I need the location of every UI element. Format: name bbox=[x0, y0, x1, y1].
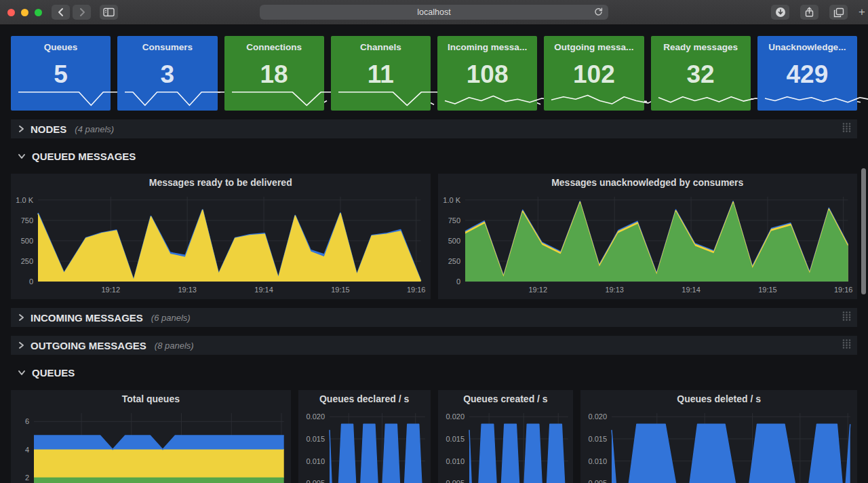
stat-panel-unacknowledged[interactable]: Unacknowledge... 429 bbox=[757, 36, 857, 111]
stat-value: 5 bbox=[11, 60, 111, 89]
panel-title[interactable]: Queues declared / s bbox=[298, 390, 431, 408]
svg-text:250: 250 bbox=[448, 257, 460, 265]
stat-title: Channels bbox=[331, 36, 431, 52]
stat-value: 108 bbox=[437, 60, 537, 89]
row-drag-handle-icon[interactable] bbox=[842, 339, 851, 352]
svg-text:19:13: 19:13 bbox=[178, 286, 197, 294]
svg-text:0.010: 0.010 bbox=[446, 457, 465, 465]
chevron-right-icon bbox=[18, 125, 24, 133]
panel-title[interactable]: Total queues bbox=[11, 390, 291, 408]
stat-value: 102 bbox=[544, 60, 644, 89]
refresh-icon bbox=[593, 7, 604, 17]
stat-panel-connections[interactable]: Connections 18 bbox=[224, 36, 324, 111]
stat-panel-channels[interactable]: Channels 11 bbox=[331, 36, 431, 111]
stat-title: Unacknowledge... bbox=[757, 36, 857, 52]
browser-toolbar: localhost + bbox=[0, 0, 868, 25]
stat-value: 18 bbox=[224, 60, 324, 89]
svg-text:0: 0 bbox=[29, 277, 33, 286]
chart-queues-declared: 0.0200.0150.0100.005 bbox=[298, 408, 431, 483]
row-nodes[interactable]: NODES (4 panels) bbox=[11, 119, 857, 138]
zoom-window-button[interactable] bbox=[35, 9, 42, 16]
svg-text:4: 4 bbox=[25, 446, 29, 454]
svg-text:0.005: 0.005 bbox=[446, 479, 465, 483]
stat-title: Outgoing messa... bbox=[544, 36, 644, 52]
svg-text:0: 0 bbox=[456, 277, 460, 286]
share-icon bbox=[804, 7, 814, 18]
grafana-dashboard: Queues 5 Consumers 3 Connections 18 Chan… bbox=[0, 25, 868, 483]
svg-text:250: 250 bbox=[21, 257, 33, 265]
refresh-button[interactable] bbox=[593, 7, 604, 19]
row-drag-handle-icon[interactable] bbox=[842, 311, 851, 324]
row-queued-messages[interactable]: QUEUED MESSAGES bbox=[11, 147, 857, 165]
panel-title[interactable]: Queues created / s bbox=[438, 390, 574, 408]
share-button[interactable] bbox=[800, 5, 818, 20]
chevron-down-icon bbox=[18, 153, 26, 159]
panel-messages-ready: Messages ready to be delivered 1.0 K7505… bbox=[11, 174, 431, 299]
svg-text:0.010: 0.010 bbox=[589, 457, 608, 465]
scrollbar[interactable] bbox=[861, 168, 866, 294]
chart-queues-created: 0.0200.0150.0100.005 bbox=[438, 408, 574, 483]
queues-panels: Total queues 642 Queues declared / s 0.0… bbox=[11, 390, 857, 483]
svg-text:0.020: 0.020 bbox=[446, 412, 465, 421]
svg-text:19:15: 19:15 bbox=[758, 286, 777, 294]
stat-panel-ready-messages[interactable]: Ready messages 32 bbox=[651, 36, 751, 111]
svg-text:0.010: 0.010 bbox=[306, 457, 325, 465]
svg-text:1.0 K: 1.0 K bbox=[443, 196, 460, 204]
new-tab-button[interactable]: + bbox=[859, 5, 865, 19]
panel-queues-deleted: Queues deleted / s 0.0200.0150.0100.005 bbox=[580, 390, 857, 483]
stat-title: Connections bbox=[224, 36, 324, 52]
tab-overview-button[interactable] bbox=[829, 5, 848, 20]
stat-title: Ready messages bbox=[651, 36, 751, 52]
panel-messages-unacknowledged: Messages unacknowledged by consumers 1.0… bbox=[438, 174, 858, 299]
stat-value: 32 bbox=[651, 60, 751, 89]
stat-panel-incoming-messages[interactable]: Incoming messa... 108 bbox=[437, 36, 537, 111]
sidebar-icon bbox=[103, 7, 115, 17]
svg-text:750: 750 bbox=[448, 216, 460, 225]
svg-text:19:14: 19:14 bbox=[682, 286, 701, 294]
svg-text:0.015: 0.015 bbox=[306, 435, 325, 443]
row-title: INCOMING MESSAGES bbox=[31, 312, 143, 324]
row-outgoing-messages[interactable]: OUTGOING MESSAGES (8 panels) bbox=[11, 336, 857, 355]
stat-panel-row: Queues 5 Consumers 3 Connections 18 Chan… bbox=[11, 36, 857, 111]
stat-value: 11 bbox=[331, 60, 431, 89]
svg-text:1.0 K: 1.0 K bbox=[16, 196, 33, 204]
panel-title[interactable]: Messages unacknowledged by consumers bbox=[438, 174, 858, 191]
row-title: QUEUED MESSAGES bbox=[32, 151, 136, 162]
row-incoming-messages[interactable]: INCOMING MESSAGES (6 panels) bbox=[11, 308, 857, 327]
panel-queues-created: Queues created / s 0.0200.0150.0100.005 bbox=[438, 390, 574, 483]
svg-text:500: 500 bbox=[21, 237, 33, 245]
close-window-button[interactable] bbox=[7, 9, 15, 16]
row-drag-handle-icon[interactable] bbox=[842, 123, 851, 136]
svg-text:0.005: 0.005 bbox=[306, 479, 325, 483]
row-title: OUTGOING MESSAGES bbox=[31, 340, 146, 351]
svg-text:2: 2 bbox=[25, 474, 29, 482]
queued-messages-panels: Messages ready to be delivered 1.0 K7505… bbox=[11, 174, 857, 299]
sparkline bbox=[764, 90, 868, 107]
stat-panel-queues[interactable]: Queues 5 bbox=[11, 36, 111, 111]
row-panel-count: (6 panels) bbox=[151, 313, 191, 323]
svg-text:0.015: 0.015 bbox=[446, 435, 465, 443]
chart-messages-ready: 1.0 K750500250019:1219:1319:1419:1519:16 bbox=[11, 191, 431, 299]
downloads-button[interactable] bbox=[771, 5, 789, 20]
row-panel-count: (8 panels) bbox=[155, 341, 194, 351]
svg-text:0.015: 0.015 bbox=[589, 435, 608, 443]
svg-text:0.020: 0.020 bbox=[306, 412, 325, 421]
sidebar-toggle-button[interactable] bbox=[100, 5, 118, 20]
chevron-right-icon bbox=[18, 313, 24, 322]
address-bar[interactable]: localhost bbox=[260, 5, 608, 20]
minimize-window-button[interactable] bbox=[21, 9, 28, 16]
stat-title: Queues bbox=[11, 36, 111, 52]
svg-text:19:12: 19:12 bbox=[528, 286, 547, 294]
svg-text:19:14: 19:14 bbox=[254, 286, 273, 294]
back-button[interactable] bbox=[52, 5, 70, 20]
svg-text:6: 6 bbox=[25, 417, 29, 425]
panel-title[interactable]: Queues deleted / s bbox=[580, 390, 857, 408]
stat-value: 3 bbox=[117, 60, 217, 89]
svg-text:19:16: 19:16 bbox=[833, 286, 852, 294]
stat-panel-consumers[interactable]: Consumers 3 bbox=[117, 36, 217, 111]
stat-panel-outgoing-messages[interactable]: Outgoing messa... 102 bbox=[544, 36, 644, 111]
row-queues[interactable]: QUEUES bbox=[11, 364, 857, 381]
forward-button[interactable] bbox=[73, 5, 91, 20]
row-panel-count: (4 panels) bbox=[75, 124, 114, 134]
panel-title[interactable]: Messages ready to be delivered bbox=[11, 174, 431, 191]
